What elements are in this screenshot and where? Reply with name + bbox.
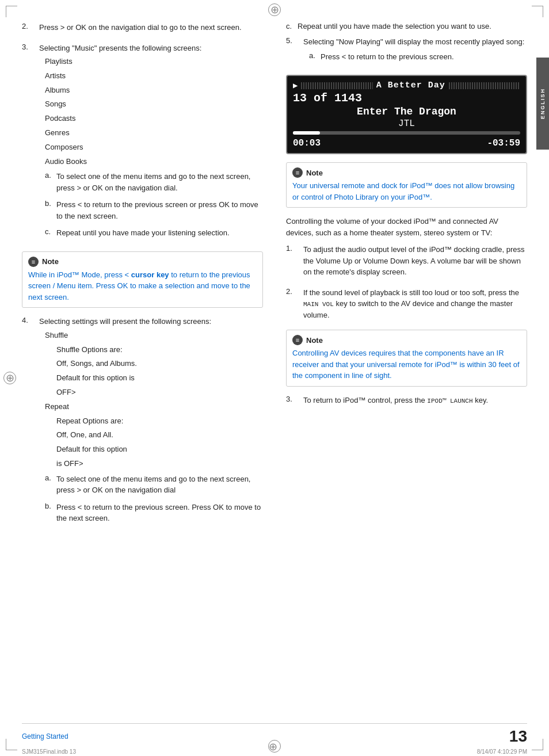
item3-label-b: b.	[45, 199, 56, 224]
item3-action-c: c. Repeat until you have made your liste…	[45, 227, 263, 241]
ipod-play-icon: ▶	[293, 81, 298, 90]
music-screen-songs: Songs	[45, 98, 263, 110]
volume-item-2: 2. If the sound level of playback is sti…	[286, 287, 527, 323]
list-content-2: Press > or OK on the navigation dial to …	[39, 22, 263, 36]
ipod-artist: Enter The Dragon	[293, 106, 520, 117]
item4-action-b: b. Press < to return to the previous scr…	[45, 502, 263, 526]
repeat-options-text: Repeat Options are:	[56, 415, 263, 427]
item3-action-b: b. Press < to return to the previous scr…	[45, 199, 263, 224]
right-column: c. Repeat until you have made the select…	[280, 22, 527, 734]
item3-text-b: Press < to return to the previous screen…	[56, 199, 263, 222]
corner-mark-bl	[6, 739, 17, 750]
ipod-time-remaining: -03:59	[487, 138, 520, 148]
note-icon-2: ≡	[292, 167, 303, 178]
list-item-4: 4. Selecting settings will present the f…	[22, 316, 263, 529]
note-header-1: ≡ Note	[28, 257, 257, 267]
note-box-2: ≡ Note Your universal remote and dock fo…	[286, 162, 527, 208]
ipod-time-elapsed: 00:03	[293, 138, 321, 148]
volume-intro: Controlling the volume of your docked iP…	[286, 216, 527, 238]
list-item-3: 3. Selecting "Music" presents the follow…	[22, 43, 263, 245]
note-header-2: ≡ Note	[292, 167, 521, 178]
language-label: ENGLISH	[540, 88, 546, 119]
music-screen-composers: Composers	[45, 142, 263, 154]
item5-text-a: Press < to return to the previous screen…	[321, 51, 527, 63]
left-column: 2. Press > or OK on the navigation dial …	[22, 22, 269, 734]
list-text-5: Selecting "Now Playing" will display the…	[303, 36, 527, 48]
shuffle-options-values: Off, Songs, and Albums.	[56, 358, 263, 370]
footer-getting-started: Getting Started	[22, 732, 68, 740]
bottom-left-text: SJM315Final.indb 13	[22, 749, 76, 755]
settings-list: Shuffle Shuffle Options are: Off, Songs,…	[45, 330, 263, 470]
shuffle-default-1: Default for this option is	[56, 372, 263, 384]
volume-content-1: To adjust the audio output level of the …	[303, 244, 527, 280]
ipod-screen-display: ▶ A Better Day 13 of 1143 Enter The Drag…	[286, 75, 527, 154]
note-header-3: ≡ Note	[292, 335, 521, 345]
item4-text-b: Press < to return to the previous screen…	[56, 502, 263, 524]
list-content-3: Selecting "Music" presents the following…	[39, 43, 263, 245]
note-text-2: Your universal remote and dock for iPod™…	[292, 180, 521, 203]
volume-content-3: To return to iPod™ control, press the IP…	[303, 395, 527, 408]
music-screen-playlists: Playlists	[45, 56, 263, 68]
bottom-right-text: 8/14/07 4:10:29 PM	[477, 749, 527, 755]
shuffle-default-2: OFF>	[56, 387, 263, 399]
music-screen-audiobooks: Audio Books	[45, 156, 263, 168]
repeat-default-1: Default for this option	[56, 444, 263, 456]
volume-text-3: To return to iPod™ control, press the IP…	[303, 395, 527, 406]
ipod-album: JTL	[293, 119, 520, 129]
shuffle-label: Shuffle	[45, 330, 263, 342]
corner-mark-br	[532, 739, 543, 750]
item3c-label: c.	[286, 22, 298, 30]
list-number-5: 5.	[286, 36, 303, 68]
music-screen-genres: Genres	[45, 127, 263, 139]
list-number-2: 2.	[22, 22, 39, 36]
item3-text-c: Repeat until you have made your listenin…	[56, 227, 263, 239]
list-text-4: Selecting settings will present the foll…	[39, 316, 263, 327]
item4-actions: a. To select one of the menu items and g…	[45, 474, 263, 526]
volume-number-3: 3.	[286, 395, 303, 408]
volume-number-1: 1.	[286, 244, 303, 280]
list-text-3: Selecting "Music" presents the following…	[39, 43, 263, 54]
volume-text-2: If the sound level of playback is still …	[303, 287, 527, 321]
note-title-1: Note	[42, 257, 59, 266]
note-title-2: Note	[306, 169, 323, 177]
list-content-5: Selecting "Now Playing" will display the…	[303, 36, 527, 68]
list-content-4: Selecting settings will present the foll…	[39, 316, 263, 529]
footer-page-number: 13	[509, 727, 527, 746]
corner-mark-tr	[532, 6, 543, 17]
list-item-2: 2. Press > or OK on the navigation dial …	[22, 22, 263, 36]
item3c-continuation: c. Repeat until you have made the select…	[286, 22, 527, 30]
item3c-text: Repeat until you have made the selection…	[298, 22, 491, 30]
music-screen-artists: Artists	[45, 70, 263, 82]
bottom-circle-decoration	[268, 740, 281, 753]
language-tab: ENGLISH	[536, 58, 549, 150]
item4-label-b: b.	[45, 502, 56, 526]
music-screen-albums: Albums	[45, 85, 263, 97]
main-vol-key: MAIN VOL	[303, 301, 334, 308]
item3-actions: a. To select one of the menu items and g…	[45, 171, 263, 241]
note-text-3: Controlling AV devices requires that the…	[292, 348, 521, 381]
item3-label-c: c.	[45, 227, 56, 241]
note-box-1: ≡ Note While in iPod™ Mode, press < curs…	[22, 251, 263, 308]
item3-text-a: To select one of the menu items and go t…	[56, 171, 263, 193]
repeat-label: Repeat	[45, 401, 263, 413]
music-screens-list: Playlists Artists Albums Songs Podcasts …	[45, 56, 263, 167]
note-icon-3: ≡	[292, 335, 303, 345]
item5-action-a: a. Press < to return to the previous scr…	[309, 51, 527, 65]
music-screen-podcasts: Podcasts	[45, 113, 263, 125]
list-item-5: 5. Selecting "Now Playing" will display …	[286, 36, 527, 68]
note-icon-1: ≡	[28, 257, 39, 267]
note-box-3: ≡ Note Controlling AV devices requires t…	[286, 330, 527, 387]
item3-label-a: a.	[45, 171, 56, 196]
repeat-default-2: is OFF>	[56, 458, 263, 470]
volume-number-2: 2.	[286, 287, 303, 323]
note-text-1: While in iPod™ Mode, press < cursor key …	[28, 269, 257, 303]
shuffle-options: Shuffle Options are: Off, Songs, and Alb…	[56, 344, 263, 399]
ipod-title: A Better Day	[376, 81, 445, 90]
repeat-options-values: Off, One, and All.	[56, 429, 263, 441]
ipod-track-info: 13 of 1143	[293, 91, 520, 105]
item4-text-a: To select one of the menu items and go t…	[56, 474, 263, 496]
item4-label-a: a.	[45, 474, 56, 498]
ipod-progress-bar	[293, 131, 520, 135]
item5-actions: a. Press < to return to the previous scr…	[309, 51, 527, 65]
ipod-launch-key: IPOD™ LAUNCH	[427, 398, 472, 404]
